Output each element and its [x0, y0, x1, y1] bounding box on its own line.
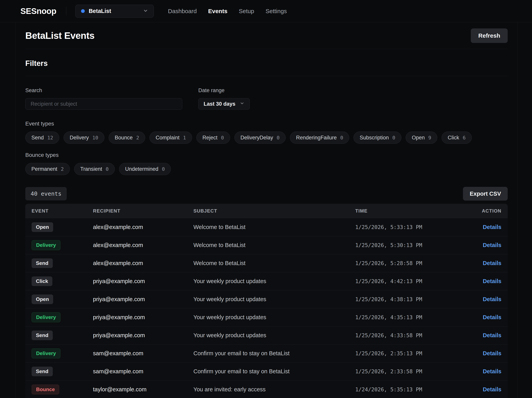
- recipient-cell: alex@example.com: [93, 224, 193, 230]
- subject-cell: Confirm your email to stay on BetaList: [193, 368, 355, 375]
- page-title: BetaList Events: [25, 30, 95, 41]
- filter-controls: Search Date range Last 30 days: [25, 87, 508, 110]
- event-type-chip-click[interactable]: Click 6: [442, 131, 472, 144]
- table-row: Delivery sam@example.com Confirm your em…: [25, 344, 508, 362]
- results-bar: 40 events Export CSV: [25, 187, 508, 201]
- details-link[interactable]: Details: [483, 242, 501, 248]
- event-type-badge: Open: [32, 294, 53, 304]
- date-range-group: Date range Last 30 days: [198, 87, 250, 110]
- export-csv-button[interactable]: Export CSV: [463, 187, 508, 201]
- subject-cell: Your weekly product updates: [193, 332, 355, 339]
- time-cell: 1/25/2026, 5:28:58 PM: [355, 260, 466, 266]
- nav-item-dashboard[interactable]: Dashboard: [168, 8, 197, 14]
- filters-header: Filters: [25, 49, 508, 76]
- time-cell: 1/25/2026, 4:42:13 PM: [355, 278, 466, 284]
- search-group: Search: [25, 87, 182, 110]
- event-type-chip-renderingfailure[interactable]: RenderingFailure 0: [290, 131, 349, 144]
- time-cell: 1/25/2026, 5:33:13 PM: [355, 224, 466, 230]
- table-body: Open alex@example.com Welcome to BetaLis…: [25, 218, 508, 398]
- project-selector[interactable]: BetaList: [75, 5, 154, 18]
- page-header: BetaList Events Refresh: [25, 22, 508, 49]
- bounce-type-chips: Permanent 2 Transient 0 Undetermined 0: [25, 163, 508, 175]
- time-cell: 1/25/2026, 4:35:13 PM: [355, 314, 466, 320]
- recipient-cell: sam@example.com: [93, 350, 193, 357]
- details-link[interactable]: Details: [483, 224, 501, 230]
- event-type-chip-send[interactable]: Send 12: [25, 131, 59, 144]
- subject-cell: Confirm your email to stay on BetaList: [193, 350, 355, 357]
- recipient-cell: priya@example.com: [93, 278, 193, 285]
- event-type-chip-deliverydelay[interactable]: DeliveryDelay 0: [234, 131, 286, 144]
- nav-item-events[interactable]: Events: [208, 8, 227, 14]
- subject-cell: You are invited: early access: [193, 386, 355, 393]
- recipient-cell: sam@example.com: [93, 368, 193, 375]
- bounce-types-label: Bounce types: [25, 152, 508, 158]
- subject-cell: Your weekly product updates: [193, 296, 355, 303]
- bounce-type-chip-undetermined[interactable]: Undetermined 0: [119, 163, 171, 175]
- recipient-cell: alex@example.com: [93, 242, 193, 249]
- column-header-subject: SUBJECT: [193, 208, 355, 214]
- recipient-cell: priya@example.com: [93, 296, 193, 303]
- event-type-chip-bounce[interactable]: Bounce 2: [109, 131, 145, 144]
- event-type-badge: Delivery: [32, 240, 60, 250]
- details-link[interactable]: Details: [483, 314, 501, 320]
- event-type-badge: Open: [32, 222, 53, 232]
- table-row: Delivery alex@example.com Welcome to Bet…: [25, 236, 508, 254]
- table-row: Bounce taylor@example.com You are invite…: [25, 380, 508, 398]
- details-link[interactable]: Details: [483, 296, 501, 302]
- details-link[interactable]: Details: [483, 278, 501, 284]
- bounce-type-chip-transient[interactable]: Transient 0: [74, 163, 115, 175]
- event-type-badge: Bounce: [32, 385, 59, 395]
- nav-item-setup[interactable]: Setup: [239, 8, 254, 14]
- time-cell: 1/25/2026, 2:33:58 PM: [355, 368, 466, 374]
- bounce-type-chip-permanent[interactable]: Permanent 2: [25, 163, 70, 175]
- search-label: Search: [25, 87, 182, 93]
- main-content: BetaList Events Refresh Filters Search D…: [15, 22, 518, 398]
- event-type-chips: Send 12 Delivery 10 Bounce 2 Complaint 1…: [25, 131, 508, 144]
- time-cell: 1/24/2026, 5:35:13 PM: [355, 386, 466, 392]
- table-row: Click priya@example.com Your weekly prod…: [25, 272, 508, 290]
- column-header-time: TIME: [355, 208, 466, 214]
- recipient-cell: priya@example.com: [93, 332, 193, 339]
- event-type-badge: Delivery: [32, 312, 60, 323]
- event-type-chip-delivery[interactable]: Delivery 10: [63, 131, 104, 144]
- details-link[interactable]: Details: [483, 332, 501, 338]
- recipient-cell: taylor@example.com: [93, 386, 193, 393]
- event-type-chip-reject[interactable]: Reject 0: [196, 131, 230, 144]
- table-row: Send sam@example.com Confirm your email …: [25, 362, 508, 380]
- app-logo: SESnoop: [20, 6, 56, 16]
- date-range-label: Date range: [198, 87, 250, 93]
- table-row: Send alex@example.com Welcome to BetaLis…: [25, 254, 508, 272]
- event-type-badge: Send: [32, 330, 53, 340]
- time-cell: 1/25/2026, 4:33:58 PM: [355, 332, 466, 338]
- column-header-recipient: RECIPIENT: [93, 208, 193, 214]
- table-row: Open priya@example.com Your weekly produ…: [25, 290, 508, 308]
- events-table: EVENT RECIPIENT SUBJECT TIME ACTION Open…: [25, 204, 508, 398]
- subject-cell: Your weekly product updates: [193, 314, 355, 321]
- event-type-chip-complaint[interactable]: Complaint 1: [150, 131, 192, 144]
- details-link[interactable]: Details: [483, 350, 501, 356]
- time-cell: 1/25/2026, 2:35:13 PM: [355, 350, 466, 356]
- project-status-dot: [81, 9, 85, 13]
- chevron-down-icon: [143, 8, 148, 14]
- search-input[interactable]: [25, 98, 182, 110]
- event-type-chip-subscription[interactable]: Subscription 0: [354, 131, 401, 144]
- event-types-label: Event types: [25, 121, 508, 127]
- refresh-button[interactable]: Refresh: [471, 28, 508, 43]
- nav-links: Dashboard Events Setup Settings: [168, 8, 287, 14]
- event-type-badge: Send: [32, 258, 53, 268]
- time-cell: 1/25/2026, 4:38:13 PM: [355, 296, 466, 302]
- event-type-badge: Click: [32, 276, 52, 286]
- events-count-badge: 40 events: [25, 187, 67, 200]
- details-link[interactable]: Details: [483, 368, 501, 374]
- subject-cell: Your weekly product updates: [193, 278, 355, 285]
- subject-cell: Welcome to BetaList: [193, 224, 355, 230]
- date-range-select[interactable]: Last 30 days: [198, 98, 250, 110]
- event-type-badge: Send: [32, 367, 53, 376]
- event-type-chip-open[interactable]: Open 9: [406, 131, 437, 144]
- table-header-row: EVENT RECIPIENT SUBJECT TIME ACTION: [25, 204, 508, 218]
- nav-item-settings[interactable]: Settings: [266, 8, 287, 14]
- recipient-cell: alex@example.com: [93, 260, 193, 267]
- filters-heading: Filters: [25, 59, 508, 68]
- details-link[interactable]: Details: [483, 386, 501, 392]
- details-link[interactable]: Details: [483, 260, 501, 266]
